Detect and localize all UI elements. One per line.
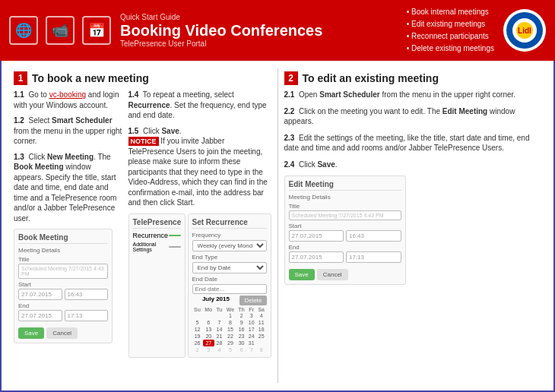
- title-input[interactable]: Scheduled Meeting 7/27/2015 4:43 PM: [18, 264, 108, 279]
- edit-start-date[interactable]: 27.07.2015: [289, 230, 344, 242]
- step-2-3: 2.3 Edit the settings of the meeting, li…: [284, 133, 542, 153]
- end-type-select[interactable]: End by Date: [192, 262, 267, 273]
- tp-toggle[interactable]: [169, 235, 181, 236]
- cal-day[interactable]: 1: [224, 312, 236, 319]
- cal-day[interactable]: 9: [236, 319, 247, 326]
- cal-day[interactable]: 11: [256, 319, 267, 326]
- cal-day[interactable]: 31: [246, 340, 256, 346]
- start-time-input[interactable]: 16:43: [65, 289, 109, 300]
- left-section-title: To book a new meeting: [32, 72, 149, 84]
- book-cancel-button[interactable]: Cancel: [46, 327, 78, 339]
- end-time-input[interactable]: 17:13: [65, 310, 109, 321]
- cal-day[interactable]: 12: [192, 326, 203, 333]
- cal-day[interactable]: [214, 312, 224, 319]
- tp-additional-label: Additional Settings: [133, 242, 169, 252]
- recurrence-mock: Set Recurrence Frequency Weekly (every M…: [188, 213, 271, 358]
- cal-day[interactable]: 7: [246, 346, 256, 353]
- cal-day[interactable]: 24: [246, 333, 256, 340]
- start-date-input[interactable]: 27.07.2015: [18, 289, 62, 300]
- cal-day-highlight[interactable]: 27: [203, 340, 215, 346]
- steps-col-2: 1.4 To repeat a meeting, select Recurren…: [128, 90, 271, 358]
- cal-day[interactable]: [192, 312, 203, 319]
- cal-day[interactable]: [203, 312, 215, 319]
- edit-cancel-button[interactable]: Cancel: [317, 269, 348, 280]
- cal-th-fr: Fr: [246, 307, 256, 312]
- vc-booking-link[interactable]: vc-booking: [49, 90, 86, 99]
- header: 🌐 📹 📅 Quick Start Guide Booking Video Co…: [0, 0, 555, 61]
- edit-end-date[interactable]: 27.07.2015: [289, 251, 344, 263]
- edit-save-button[interactable]: Save: [289, 269, 315, 280]
- step-1-2: 1.2 Select Smart Scheduler from the menu…: [14, 115, 122, 147]
- cal-th-tu: Tu: [214, 307, 224, 312]
- cal-th-sa: Sa: [256, 307, 267, 312]
- header-main-title: Booking Video Conferences: [120, 21, 398, 40]
- cal-day[interactable]: 23: [236, 333, 247, 340]
- cal-day[interactable]: 28: [214, 340, 224, 346]
- header-icons: 🌐 📹 📅: [9, 16, 111, 45]
- book-save-button[interactable]: Save: [18, 327, 44, 339]
- edit-end-time[interactable]: 17:13: [346, 251, 401, 263]
- cal-day[interactable]: 29: [224, 340, 236, 346]
- cal-day[interactable]: 8: [256, 346, 267, 353]
- telepresence-mock: TelePresence Recurrence Additional Setti…: [128, 213, 186, 358]
- lidl-logo: Lidl: [503, 9, 546, 52]
- cal-day[interactable]: 2: [236, 312, 247, 319]
- freq-label: Frequency: [192, 232, 267, 239]
- cal-day[interactable]: 15: [224, 326, 236, 333]
- tp-additional-toggle[interactable]: [169, 246, 181, 248]
- edit-end-label: End: [289, 244, 401, 251]
- end-label: End: [18, 302, 108, 309]
- cal-day[interactable]: 16: [236, 326, 247, 333]
- end-date-label: End Date: [192, 276, 267, 283]
- cal-day[interactable]: [256, 340, 267, 346]
- tp-title: TelePresence: [133, 218, 181, 229]
- right-section-number: 2: [284, 71, 298, 85]
- left-section-header: 1 To book a new meeting: [14, 71, 271, 85]
- cal-day[interactable]: 25: [256, 333, 267, 340]
- edit-title-input[interactable]: Scheduled Meeting 7/27/2015 4:43 PM: [289, 210, 401, 220]
- cal-day[interactable]: 22: [224, 333, 236, 340]
- edit-meeting-title: Edit Meeting: [289, 180, 401, 191]
- end-date-input[interactable]: [192, 284, 267, 294]
- cal-day[interactable]: 6: [203, 319, 215, 326]
- cal-day[interactable]: 3: [246, 312, 256, 319]
- cal-day[interactable]: 19: [192, 333, 203, 340]
- cal-day[interactable]: 7: [214, 319, 224, 326]
- cal-day[interactable]: 2: [192, 346, 203, 353]
- cal-day[interactable]: 18: [256, 326, 267, 333]
- end-date-input[interactable]: 27.07.2015: [18, 310, 62, 321]
- delete-button[interactable]: Delete: [239, 296, 266, 305]
- cal-day[interactable]: 17: [246, 326, 256, 333]
- cal-day[interactable]: 21: [214, 333, 224, 340]
- right-section: 2 To edit an existing meeting 2.1 Open S…: [278, 68, 548, 383]
- cal-th-we: We: [224, 307, 236, 312]
- edit-title-label: Title: [289, 203, 401, 210]
- cal-day[interactable]: 5: [224, 346, 236, 353]
- cal-day[interactable]: 20: [203, 333, 215, 340]
- cal-day[interactable]: 13: [203, 326, 215, 333]
- bullet-4: Delete existing meetings: [407, 43, 494, 55]
- cal-day[interactable]: 14: [214, 326, 224, 333]
- start-label: Start: [18, 281, 108, 288]
- book-meeting-mock: Book Meeting Meeting Details Title Sched…: [14, 229, 113, 343]
- cal-day[interactable]: 26: [192, 340, 203, 346]
- tp-recurrence-label: Recurrence: [133, 232, 169, 239]
- step-1-4: 1.4 To repeat a meeting, select Recurren…: [128, 90, 271, 121]
- right-section-header: 2 To edit an existing meeting: [284, 71, 542, 85]
- cal-day[interactable]: 10: [246, 319, 256, 326]
- cal-day[interactable]: 8: [224, 319, 236, 326]
- edit-start-label: Start: [289, 223, 401, 229]
- edit-meeting-box: Edit Meeting Meeting Details Title Sched…: [284, 175, 406, 285]
- tp-recurrence-row: Recurrence: [133, 232, 181, 239]
- svg-text:Lidl: Lidl: [518, 27, 531, 35]
- cal-day[interactable]: 30: [236, 340, 247, 346]
- header-quick-start: Quick Start Guide: [120, 13, 398, 21]
- cal-day[interactable]: 4: [214, 346, 224, 353]
- cal-day[interactable]: 4: [256, 312, 267, 319]
- edit-start-time[interactable]: 16:43: [346, 230, 401, 242]
- freq-select[interactable]: Weekly (every Monday): [192, 240, 267, 251]
- cal-day[interactable]: 6: [236, 346, 247, 353]
- header-bullets: Book internal meetings Edit existing mee…: [407, 6, 494, 55]
- cal-day[interactable]: 5: [192, 319, 203, 326]
- cal-day[interactable]: 3: [203, 346, 215, 353]
